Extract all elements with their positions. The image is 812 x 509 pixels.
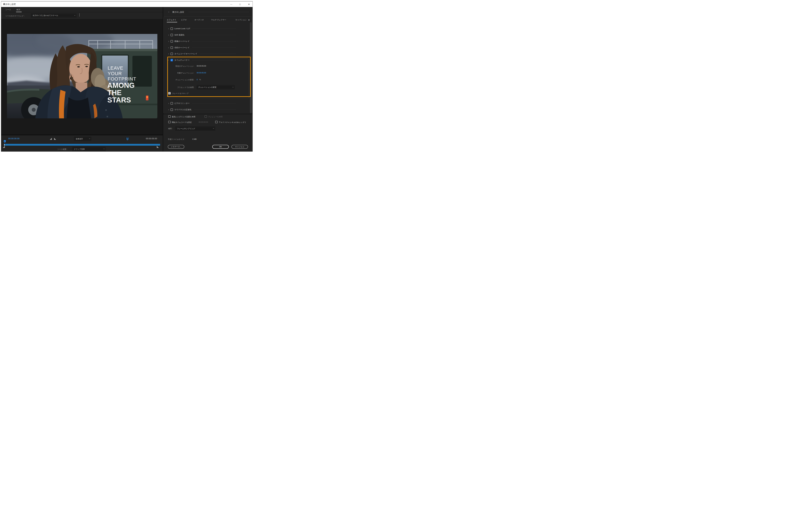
source-range-dropdown[interactable]: クリップ全体 › [72,147,106,151]
active-tab-underline [16,12,22,12]
effect-row-image-overlay[interactable]: › 画像オーバーレイ [163,39,252,43]
scrollbar-thumb[interactable] [250,22,251,113]
duration-change-value[interactable]: 0 [197,78,198,80]
close-button-icon[interactable]: ✕ [245,1,252,7]
range-in-handle[interactable] [3,146,5,148]
preview-area: LEAVE YOUR FOOTPRINT AMONG THE STARS [1,19,163,135]
source-scaling-value: 出力サイズに合わせてスケール [33,14,58,17]
interpolation-dropdown[interactable]: フレームサンプリング › [175,127,215,131]
skip-slate-row[interactable]: ✓ スレートをスキップ [163,92,252,95]
current-duration-row: 現在のデュレーション: 00:00:05:00 [163,65,252,68]
section-title: 書き出し設定 [172,11,184,13]
chevron-right-icon: › [168,46,169,49]
effect-row-video-limiter[interactable]: › ビデオリミッター [163,101,252,105]
fit-width-button[interactable] [125,137,130,141]
range-out-handle[interactable] [157,146,159,148]
checkbox[interactable] [168,121,171,123]
current-duration-value: 00:00:05:00 [197,65,206,67]
checkbox-disabled [204,115,207,118]
target-duration-value[interactable]: 00:00:05:00 [197,72,206,74]
interpolation-value: フレームサンプリング [177,128,195,130]
caption-line: LEAVE [108,65,123,71]
preset-use-value: デュレーションの変更 [198,86,216,89]
checkbox[interactable] [171,40,173,42]
tab-captions[interactable]: キャプション [235,18,247,22]
ok-button[interactable]: OK [212,145,229,149]
title-bar: 書き出し設定 [1,1,252,7]
playhead[interactable] [3,140,6,143]
tab-audio[interactable]: オーディオ [194,18,204,22]
effect-row-loudness[interactable]: › ラウドネスの正規化 [163,108,252,111]
effect-label: 名前オーバーレイ [174,46,190,49]
cancel-button[interactable]: キャンセル [231,145,248,149]
skip-slate-label: スレートをスキップ [172,92,189,95]
checkbox[interactable] [171,46,173,49]
checkbox[interactable] [171,53,173,55]
checkbox-checked[interactable]: ✓ [171,59,173,61]
source-scaling-row: ソースのスケーリング : 出力サイズに合わせてスケール › [1,12,163,19]
effect-row-name-overlay[interactable]: › 名前オーバーレイ [163,46,252,49]
timeline-range-bar[interactable] [5,144,160,146]
tab-video[interactable]: ビデオ [181,18,187,22]
effect-label: ラウドネスの正規化 [174,108,192,111]
checkbox-checked[interactable]: ✓ [168,92,171,95]
effect-label: Lumetri Look / LUT [174,28,190,30]
render-quality-row: 最高レンダリング品質を使用 プレビューを使用 [163,115,252,118]
caption-line: YOUR [108,71,122,76]
interpolation-row: 補間 : フレームサンプリング › [163,127,252,130]
effect-row-timecode-overlay[interactable]: › タイムコードオーバーレイ [163,52,252,56]
source-range-value: クリップ全体 [74,148,85,150]
estimated-size-value: 6 MB [193,138,197,140]
effect-label: タイムチューナー [174,59,190,61]
checkbox[interactable] [171,108,173,111]
fit-width-icon [126,137,129,140]
interpolation-label: 補間 : [168,128,173,130]
set-out-point-icon[interactable] [54,138,56,140]
source-range-label: ソース範囲 : [57,148,67,150]
estimated-size-label: 予測ファイルサイズ : [168,138,185,141]
set-start-tc-label: 開始タイムコードを設定 [172,121,192,124]
maximize-button-icon[interactable]: □ [236,1,244,7]
effect-row-time-tuner[interactable]: › ✓ タイムチューナー [163,58,252,62]
tab-source[interactable]: ソース [5,7,11,12]
effect-label: SDR 最適化 [174,34,184,36]
video-preview-frame: LEAVE YOUR FOOTPRINT AMONG THE STARS [7,34,157,118]
chevron-down-icon: › [89,138,91,139]
source-scaling-label: ソースのスケーリング : [5,15,25,17]
tabs-overflow-icon[interactable]: » [248,18,249,22]
zoom-level-dropdown[interactable]: 全体表示 › [74,137,91,141]
dialog-title: 書き出し設定 [3,3,16,6]
set-in-point-icon[interactable] [50,138,52,140]
start-tc-value: 00:00:00:00 [199,121,208,123]
use-previews-label: プレビューを使用 [208,115,223,118]
checkbox[interactable] [215,121,217,123]
duration-change-label: デュレーションの変更: [175,78,194,81]
max-quality-label: 最高レンダリング品質を使用 [172,115,195,118]
checkbox[interactable] [168,115,171,118]
dialog-content: ソース 出力 ソースのスケーリング : 出力サイズに合わせてスケール › [1,7,252,151]
tab-effects[interactable]: エフェクト [167,18,176,22]
percent-suffix: % [199,78,201,80]
chevron-right-icon: › [168,28,169,30]
preset-use-dropdown[interactable]: デュレーションの変更 › [197,85,235,89]
checkbox[interactable] [171,102,173,105]
duration-timecode: 00:00:05:00 [146,138,157,140]
effect-row-lumetri[interactable]: › Lumetri Look / LUT [163,27,252,30]
preset-use-row: プリセットでの使用: デュレーションの変更 › [163,86,252,89]
estimated-size-row: 予測ファイルサイズ : 6 MB [163,138,252,141]
current-timecode[interactable]: 00:00:00:00 [8,138,20,140]
checkbox[interactable] [171,34,173,36]
chevron-right-icon: › [168,53,169,55]
chevron-right-icon: › [168,34,169,36]
chevron-down-icon: › [74,15,76,15]
minimize-button-icon[interactable]: — [228,1,235,7]
separator [163,114,252,114]
tab-multiplexer[interactable]: マルチプレクサー [211,18,226,22]
chevron-down-icon: › [167,60,170,61]
metadata-button[interactable]: メタデータ... [168,145,184,149]
source-scaling-dropdown[interactable]: 出力サイズに合わせてスケール › [31,13,76,18]
effect-row-sdr[interactable]: › SDR 最適化 [163,33,252,37]
effect-label: タイムコードオーバーレイ [174,53,197,55]
checkbox[interactable] [171,28,173,30]
preset-use-label: プリセットでの使用: [177,86,194,89]
